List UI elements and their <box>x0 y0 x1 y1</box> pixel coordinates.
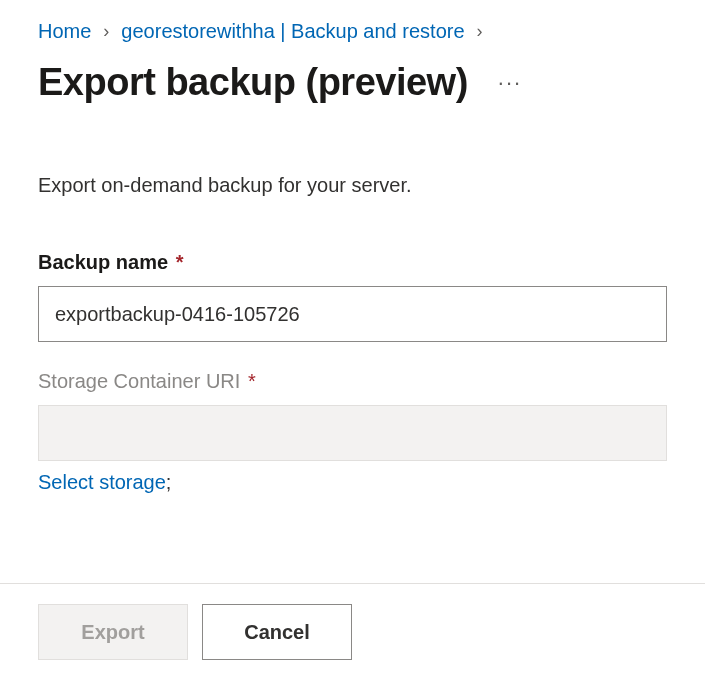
chevron-right-icon: › <box>477 21 483 42</box>
required-indicator: * <box>176 251 184 273</box>
page-description: Export on-demand backup for your server. <box>38 174 667 197</box>
storage-uri-input <box>38 405 667 461</box>
backup-name-label-text: Backup name <box>38 251 168 273</box>
title-row: Export backup (preview) ··· <box>38 61 667 104</box>
breadcrumb-home[interactable]: Home <box>38 20 91 43</box>
chevron-right-icon: › <box>103 21 109 42</box>
storage-uri-label-text: Storage Container URI <box>38 370 240 392</box>
backup-name-input[interactable] <box>38 286 667 342</box>
semicolon: ; <box>166 471 172 493</box>
breadcrumb: Home › georestorewithha | Backup and res… <box>38 20 667 43</box>
breadcrumb-resource[interactable]: georestorewithha | Backup and restore <box>121 20 464 43</box>
storage-uri-label: Storage Container URI * <box>38 370 667 393</box>
more-actions-icon[interactable]: ··· <box>492 70 528 96</box>
cancel-button[interactable]: Cancel <box>202 604 352 660</box>
page-title: Export backup (preview) <box>38 61 468 104</box>
backup-name-label: Backup name * <box>38 251 667 274</box>
storage-uri-field: Storage Container URI * Select storage; <box>38 370 667 494</box>
backup-name-field: Backup name * <box>38 251 667 342</box>
export-button[interactable]: Export <box>38 604 188 660</box>
select-storage-row: Select storage; <box>38 471 667 494</box>
select-storage-link[interactable]: Select storage <box>38 471 166 493</box>
footer-actions: Export Cancel <box>0 583 705 688</box>
required-indicator: * <box>248 370 256 392</box>
